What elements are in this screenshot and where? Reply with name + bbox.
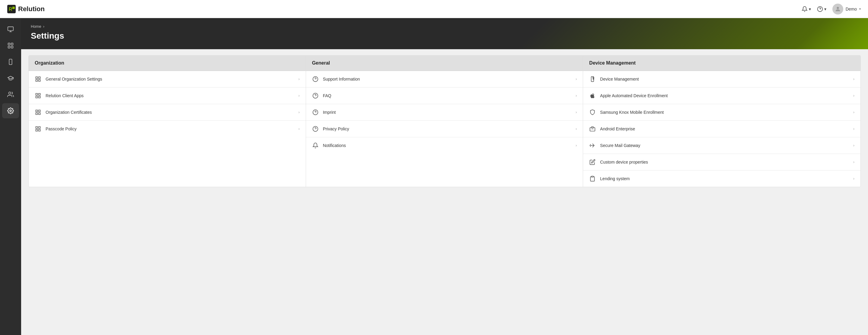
svg-rect-29 [36,127,38,128]
menu-item-device-management[interactable]: Device Management › [583,71,861,88]
menu-label-general-org-settings: General Organization Settings [45,77,294,82]
menu-label-faq: FAQ [323,93,571,98]
menu-item-android-enterprise[interactable]: Android Enterprise › [583,121,861,137]
column-organization: Organization General Organization Settin… [29,56,306,187]
menu-label-device-management: Device Management [600,77,849,82]
logo-icon: R [7,5,16,13]
menu-label-support-info: Support Information [323,77,571,82]
svg-rect-26 [39,110,40,112]
sidebar-item-education[interactable] [2,71,19,86]
arrow-device-management: › [853,77,855,81]
briefcase-icon [589,126,596,132]
arrow-android-enterprise: › [853,127,855,131]
svg-point-15 [9,92,11,94]
navbar: R Relution ▾ ▾ [0,0,868,18]
menu-label-org-certificates: Organization Certificates [45,110,294,115]
arrow-faq: › [576,94,577,98]
user-menu[interactable]: Demo ▾ [832,4,861,14]
sidebar-item-settings[interactable] [2,103,19,118]
sidebar-item-devices[interactable] [2,22,19,37]
main-content: Home › Settings Organization General Org… [21,18,868,333]
grid-icon-2 [35,92,41,99]
arrow-imprint: › [576,110,577,114]
breadcrumb-home[interactable]: Home [31,24,41,29]
svg-rect-11 [8,46,10,48]
menu-item-passcode-policy[interactable]: Passcode Policy › [29,121,306,137]
menu-item-custom-device[interactable]: Custom device properties › [583,154,861,171]
sidebar-item-mobile[interactable] [2,54,19,69]
menu-label-imprint: Imprint [323,110,571,115]
svg-rect-25 [36,110,38,112]
column-header-device-management: Device Management [583,56,861,71]
menu-label-android-enterprise: Android Enterprise [600,126,849,131]
arrow-secure-mail: › [853,143,855,148]
menu-item-secure-mail[interactable]: Secure Mail Gateway › [583,137,861,154]
svg-rect-27 [36,113,38,115]
svg-rect-23 [36,96,38,98]
arrow-general-org-settings: › [299,77,300,81]
phone-lock-icon [589,76,596,82]
arrow-lending-system: › [853,177,855,181]
menu-label-relution-client-apps: Relution Client Apps [45,93,294,98]
settings-grid: Organization General Organization Settin… [28,55,861,187]
grid-icon-4 [35,126,41,132]
menu-item-general-org-settings[interactable]: General Organization Settings › [29,71,306,88]
svg-rect-43 [590,128,595,131]
menu-label-privacy-policy: Privacy Policy [323,126,571,131]
grid-icon-3 [35,109,41,116]
arrows-icon [589,142,596,149]
svg-rect-31 [36,129,38,131]
menu-item-imprint[interactable]: Imprint › [306,104,583,121]
svg-rect-18 [39,77,40,79]
svg-rect-32 [39,129,40,131]
settings-content: Organization General Organization Settin… [21,49,868,333]
menu-label-secure-mail: Secure Mail Gateway [600,143,849,148]
sidebar-item-apps[interactable] [2,38,19,53]
menu-item-faq[interactable]: FAQ › [306,88,583,104]
help-btn[interactable]: ▾ [817,6,826,12]
circle-question-icon-2 [312,92,319,99]
svg-rect-17 [36,77,38,79]
arrow-samsung-knox: › [853,110,855,114]
svg-rect-28 [39,113,40,115]
help-chevron: ▾ [824,7,826,11]
svg-rect-9 [8,43,10,45]
arrow-custom-device: › [853,160,855,164]
arrow-support-info: › [576,77,577,81]
user-name: Demo [846,7,857,11]
menu-item-relution-client-apps[interactable]: Relution Client Apps › [29,88,306,104]
sidebar-item-users[interactable] [2,87,19,102]
page-title: Settings [31,31,858,41]
menu-label-passcode-policy: Passcode Policy [45,126,294,131]
arrow-org-certificates: › [299,110,300,114]
svg-rect-30 [39,127,40,128]
page-header: Home › Settings [21,18,868,49]
svg-rect-2 [12,7,15,9]
menu-item-org-certificates[interactable]: Organization Certificates › [29,104,306,121]
svg-text:R: R [9,7,12,12]
svg-rect-24 [39,96,40,98]
menu-item-support-info[interactable]: Support Information › [306,71,583,88]
menu-item-notifications[interactable]: Notifications › [306,137,583,154]
menu-item-lending-system[interactable]: Lending system › [583,171,861,187]
menu-item-samsung-knox[interactable]: Samsung Knox Mobile Enrollment › [583,104,861,121]
menu-label-custom-device: Custom device properties [600,160,849,164]
menu-label-notifications: Notifications [323,143,571,148]
sidebar [0,18,21,333]
svg-rect-10 [11,43,13,45]
breadcrumb: Home › [31,24,858,29]
arrow-apple-enrollment: › [853,94,855,98]
column-device-management: Device Management Device Management › [583,56,861,187]
menu-label-samsung-knox: Samsung Knox Mobile Enrollment [600,110,849,115]
navbar-right: ▾ ▾ Demo ▾ [802,4,861,14]
grid-icon [35,76,41,82]
svg-rect-19 [36,80,38,82]
arrow-notifications: › [576,143,577,148]
apple-icon [589,92,596,99]
menu-item-apple-enrollment[interactable]: Apple Automated Device Enrollment › [583,88,861,104]
logo[interactable]: R Relution [7,5,45,13]
svg-rect-21 [36,94,38,95]
svg-point-16 [10,110,11,112]
notifications-btn[interactable]: ▾ [802,6,811,12]
menu-item-privacy-policy[interactable]: Privacy Policy › [306,121,583,137]
